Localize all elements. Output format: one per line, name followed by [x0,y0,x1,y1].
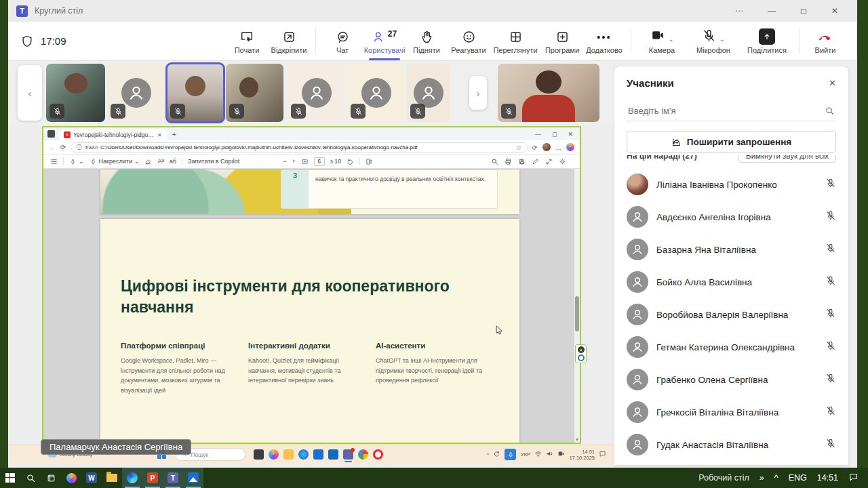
copilot-icon[interactable] [566,143,574,151]
pdf-toc-icon[interactable] [50,158,58,165]
camera-tray-icon[interactable] [557,450,565,459]
pdf-pen-icon[interactable]: ⌄ [69,158,84,165]
mic-muted-icon[interactable] [825,340,836,354]
word-taskbar-icon[interactable]: W [81,468,102,488]
active-mic-indicator-icon[interactable] [505,449,516,460]
browser-extension-icon[interactable]: ⟳ [532,144,538,151]
titlebar-more-button[interactable]: ⋯ [735,6,743,16]
mic-muted-icon[interactable] [825,275,836,289]
file-explorer-icon[interactable] [283,449,294,460]
fullscreen-icon[interactable] [545,158,553,165]
fit-page-icon[interactable] [301,158,309,165]
save-icon[interactable] [518,158,526,165]
scroll-down-icon[interactable]: ▼ [574,437,580,442]
mic-muted-icon[interactable] [825,405,836,419]
participant-search-input[interactable] [628,106,825,116]
camera-chevron-icon[interactable]: ⌄ [669,36,674,43]
pdf-eraser-icon[interactable] [144,158,152,165]
page-info-icon[interactable]: ⓘ [76,144,81,151]
rotate-icon[interactable] [347,158,354,165]
favorite-star-icon[interactable]: ☆ [516,144,522,151]
task-view-button[interactable] [41,468,61,488]
copilot-icon[interactable] [269,449,279,460]
page-number-input[interactable]: 6 [314,157,325,166]
panel-close-icon[interactable]: ✕ [829,78,836,88]
ask-copilot-button[interactable]: Запитати в Copilot [188,158,239,165]
wifi-icon[interactable] [534,450,542,459]
video-tile[interactable] [46,64,105,122]
teams-icon[interactable] [343,449,353,460]
back-icon[interactable]: ← [49,144,56,151]
address-field[interactable]: ⓘ Файл C:/Users/User/Downloads/Yevropejs… [71,142,527,152]
mic-muted-icon[interactable] [825,373,836,386]
strip-next-button[interactable]: › [469,76,487,110]
share-invite-button[interactable]: Поширити запрошення [627,131,836,152]
taskbar-search-button[interactable] [20,468,41,488]
participant-row[interactable]: Бойко Алла Василівна [627,266,836,298]
pdf-draw-button[interactable]: Накреслити⌄ [90,158,140,165]
mic-muted-icon[interactable] [825,243,836,256]
browser-minimize-button[interactable]: — [535,131,541,138]
view-button[interactable]: Переглянути [490,28,541,54]
mic-chevron-icon[interactable]: ⌄ [719,36,725,43]
edge-icon[interactable] [298,449,309,460]
more-button[interactable]: ••• Додатково [583,28,625,54]
edge-taskbar-icon[interactable] [122,468,142,488]
scrollbar-thumb[interactable] [575,296,579,331]
shared-clock[interactable]: 14:51 17.10.2025 [569,449,595,461]
participant-row[interactable]: Воробйова Валерія Валеріївна [627,298,836,331]
browser-more-icon[interactable]: … [555,144,562,151]
toolbar-chevrons[interactable]: » [760,473,764,483]
hidden-icons-chevron[interactable]: ^ [487,451,490,458]
mic-button[interactable]: ⌄ Мікрофон [687,28,740,54]
raise-hand-button[interactable]: Підняти [406,28,448,54]
tab-close-icon[interactable]: ✕ [157,132,162,138]
participant-row[interactable]: Авдєєнко Ангеліна Ігорівна [627,201,836,233]
hidden-icons-chevron[interactable]: ^ [774,473,778,483]
widget-record-icon[interactable] [578,354,585,361]
outlook-icon[interactable] [328,449,338,460]
file-explorer-taskbar-icon[interactable] [102,468,122,488]
participant-row[interactable]: Гречкосій Віталіна Віталіївна [627,396,836,428]
camera-button[interactable]: ⌄ Камера [637,28,687,54]
maximize-button[interactable]: ◻ [800,6,807,16]
pdf-content-area[interactable]: 3 навичок та практичного досвіду в реаль… [43,169,580,443]
participant-list[interactable]: Ліліана Іванівна Прокопенко Авдєєнко Анг… [614,164,848,465]
strip-prev-button[interactable]: ‹ [18,65,42,121]
participant-row[interactable]: Гудак Анастасія Віталіївна [627,428,836,461]
react-button[interactable]: Реагувати [448,28,490,54]
avatar-tile[interactable] [407,64,450,122]
minimize-button[interactable]: — [768,6,776,16]
participant-row[interactable]: Грабенко Олена Сергіївна [627,363,836,396]
mic-muted-icon[interactable] [825,308,836,321]
pdf-scrollbar[interactable]: ▼ [574,169,580,443]
clock[interactable]: 14:51 [817,473,838,483]
save-as-icon[interactable] [532,158,539,165]
spotlight-video-tile[interactable] [498,64,599,122]
notification-icon[interactable] [599,450,606,459]
share-button[interactable]: Поділитися [740,28,794,54]
start-share-button[interactable]: Почати [226,28,268,54]
chat-button[interactable]: Чат [321,28,363,54]
desktop-toolbar-label[interactable]: Робочий стіл [698,473,749,483]
browser-profile-avatar[interactable] [542,143,551,151]
start-button[interactable] [0,468,20,488]
pdf-text-icon[interactable]: аб [170,158,176,165]
powerpoint-taskbar-icon[interactable]: P [142,468,163,488]
mute-all-button[interactable]: Вимкнути звук для всіх [738,155,836,163]
unpin-button[interactable]: Відкріпити [268,28,310,54]
opera-icon[interactable] [373,449,383,460]
pdf-search-icon[interactable] [491,158,498,165]
language-indicator[interactable]: УКР [520,451,530,458]
participant-row[interactable]: Базарна Яна Віталіївна [627,233,836,266]
chrome-icon[interactable] [358,449,368,460]
mic-muted-icon[interactable] [825,178,836,191]
participant-search[interactable] [627,101,836,121]
desktops-icon[interactable] [254,449,264,460]
photos-taskbar-icon[interactable] [183,468,203,488]
action-center-icon[interactable] [848,472,859,484]
video-tile-active-speaker[interactable] [167,64,224,122]
copilot-taskbar-icon[interactable] [61,468,81,488]
settings-gear-icon[interactable] [559,158,566,165]
teams-taskbar-icon[interactable]: T [163,468,183,488]
